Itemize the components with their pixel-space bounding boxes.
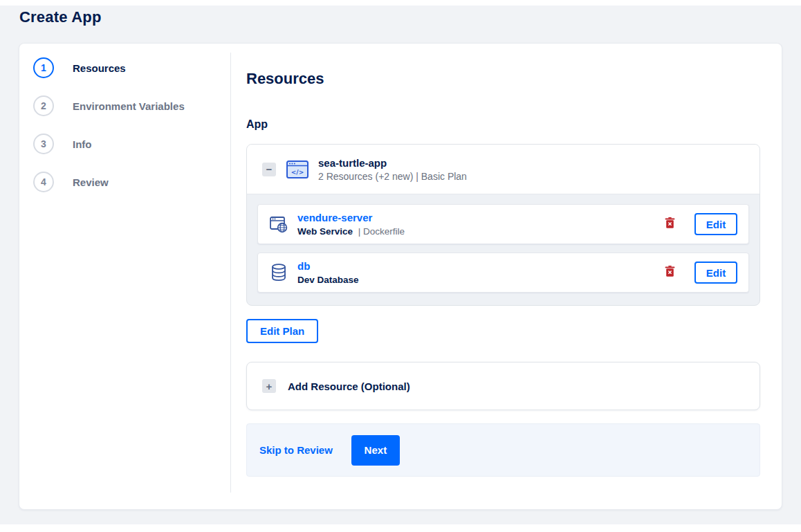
resource-subtitle: Web Service | Dockerfile bbox=[297, 226, 663, 237]
resource-text: db Dev Database bbox=[297, 260, 663, 285]
database-icon bbox=[269, 263, 288, 282]
plus-icon: + bbox=[266, 381, 273, 392]
app-header-text: sea-turtle-app 2 Resources (+2 new) | Ba… bbox=[318, 157, 467, 182]
app-summary: 2 Resources (+2 new) | Basic Plan bbox=[318, 171, 467, 182]
step-number-badge: 3 bbox=[33, 134, 54, 154]
add-resource-label: Add Resource (Optional) bbox=[288, 380, 410, 392]
top-white-strip bbox=[0, 0, 801, 6]
app-name: sea-turtle-app bbox=[318, 157, 467, 169]
resource-type: Web Service bbox=[297, 226, 353, 237]
app-window-code-icon: </> bbox=[286, 160, 309, 178]
step-environment-variables[interactable]: 2 Environment Variables bbox=[33, 95, 231, 116]
resource-detail: | Dockerfile bbox=[358, 226, 405, 237]
step-label: Environment Variables bbox=[73, 100, 185, 112]
minus-icon: − bbox=[266, 164, 273, 174]
app-card-header: − </> sea-turtle-app 2 Resources (+2 new… bbox=[247, 145, 759, 194]
bottom-white-strip bbox=[0, 524, 801, 532]
resource-name-link[interactable]: vendure-server bbox=[297, 212, 372, 223]
resource-text: vendure-server Web Service | Dockerfile bbox=[297, 212, 663, 237]
step-label: Info bbox=[73, 138, 92, 150]
step-label: Resources bbox=[73, 62, 126, 74]
resource-type: Dev Database bbox=[297, 275, 359, 285]
wizard-footer-bar: Skip to Review Next bbox=[246, 423, 760, 477]
trash-icon bbox=[665, 217, 675, 231]
add-resource-section[interactable]: + Add Resource (Optional) bbox=[246, 362, 760, 410]
create-app-card: 1 Resources 2 Environment Variables 3 In… bbox=[19, 43, 782, 510]
collapse-app-button[interactable]: − bbox=[262, 163, 276, 176]
wizard-stepper: 1 Resources 2 Environment Variables 3 In… bbox=[19, 44, 231, 509]
edit-plan-button[interactable]: Edit Plan bbox=[246, 319, 318, 343]
main-content: Resources App − </> sea-turtle-app bbox=[231, 44, 782, 509]
step-number-badge: 4 bbox=[33, 172, 54, 192]
expand-add-resource-button[interactable]: + bbox=[262, 379, 276, 393]
resources-heading: Resources bbox=[246, 70, 760, 88]
step-review[interactable]: 4 Review bbox=[33, 172, 231, 192]
trash-icon bbox=[665, 266, 675, 279]
step-info[interactable]: 3 Info bbox=[33, 134, 231, 154]
app-card-body: vendure-server Web Service | Dockerfile bbox=[247, 194, 759, 305]
skip-to-review-link[interactable]: Skip to Review bbox=[259, 444, 333, 456]
app-section-label: App bbox=[246, 118, 760, 131]
step-resources[interactable]: 1 Resources bbox=[33, 57, 231, 78]
step-number-badge: 2 bbox=[33, 95, 54, 116]
svg-text:</>: </> bbox=[291, 168, 304, 175]
resource-subtitle: Dev Database bbox=[297, 275, 663, 285]
next-button[interactable]: Next bbox=[351, 435, 400, 466]
edit-resource-button[interactable]: Edit bbox=[694, 213, 737, 235]
delete-resource-button[interactable] bbox=[663, 216, 676, 232]
step-number-badge: 1 bbox=[33, 57, 54, 78]
delete-resource-button[interactable] bbox=[663, 264, 676, 281]
resource-name-link[interactable]: db bbox=[297, 260, 310, 272]
resource-row: vendure-server Web Service | Dockerfile bbox=[257, 204, 749, 244]
page-title: Create App bbox=[0, 6, 801, 26]
app-card: − </> sea-turtle-app 2 Resources (+2 new… bbox=[246, 144, 760, 306]
step-label: Review bbox=[73, 176, 109, 188]
resource-row: db Dev Database bbox=[257, 253, 749, 293]
edit-resource-button[interactable]: Edit bbox=[694, 262, 737, 284]
web-service-icon bbox=[269, 214, 288, 234]
